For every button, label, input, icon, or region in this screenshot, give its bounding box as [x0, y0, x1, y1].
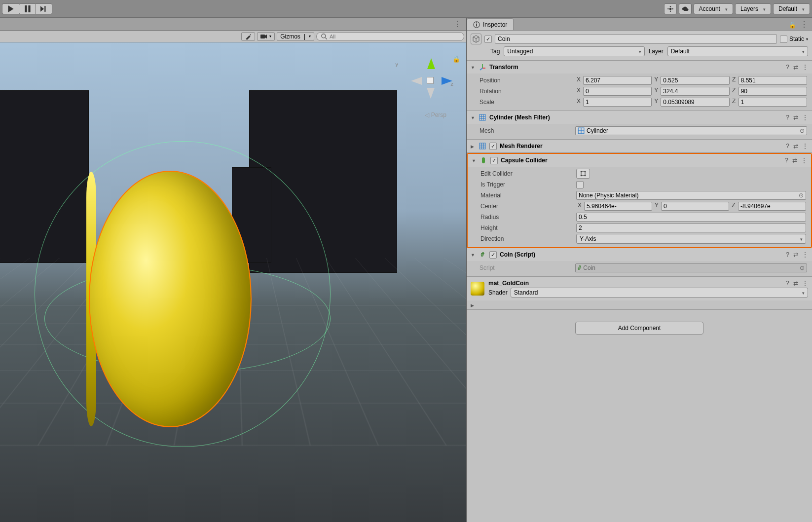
play-button[interactable] — [2, 3, 19, 14]
gizmo-down-cone[interactable] — [427, 88, 435, 99]
direction-dropdown[interactable]: Y-Axis — [576, 234, 806, 244]
shader-dropdown[interactable]: Standard — [511, 288, 808, 298]
component-enabled-checkbox[interactable] — [489, 251, 497, 259]
gizmo-x-cone[interactable] — [411, 77, 422, 85]
mesh-object-field[interactable]: Cylinder⊙ — [575, 126, 807, 135]
gameobject-active-checkbox[interactable] — [484, 36, 492, 43]
position-z[interactable]: 8.551 — [738, 76, 807, 85]
position-y[interactable]: 0.525 — [661, 76, 729, 85]
preset-icon[interactable]: ⇄ — [793, 114, 798, 121]
component-header[interactable]: Capsule Collider ?⇄⋮ — [468, 154, 811, 167]
cloud-icon-button[interactable] — [679, 3, 692, 14]
svg-point-9 — [669, 10, 670, 11]
coin-mesh[interactable] — [89, 171, 252, 427]
scene-camera-button[interactable]: ▾ — [257, 32, 275, 41]
is-trigger-checkbox[interactable] — [576, 181, 584, 188]
edit-collider-button[interactable] — [576, 169, 590, 179]
shader-label: Shader — [488, 289, 508, 296]
inspector-menu-icon[interactable]: ⋮ — [800, 20, 812, 30]
account-dropdown[interactable]: Account — [694, 3, 733, 14]
axis-label-y: y — [396, 61, 399, 67]
layer-dropdown[interactable]: Default — [667, 46, 808, 56]
scene-search-input[interactable] — [330, 34, 460, 39]
static-toggle[interactable]: Static▾ — [780, 36, 808, 43]
menu-icon[interactable]: ⋮ — [802, 64, 808, 71]
scene-viewport[interactable]: y z 🔒 ◁ Persp — [0, 42, 466, 522]
component-enabled-checkbox[interactable] — [489, 143, 497, 150]
inspector-lock-icon[interactable]: 🔓 — [789, 22, 800, 30]
preset-icon[interactable]: ⇄ — [792, 157, 797, 164]
svg-point-36 — [585, 171, 586, 173]
menu-icon[interactable]: ⋮ — [802, 143, 808, 149]
scene-pane-menu-icon[interactable]: ⋮ — [450, 19, 464, 29]
component-header[interactable]: # Coin (Script) ?⇄⋮ — [467, 248, 812, 261]
component-header[interactable]: Cylinder (Mesh Filter) ?⇄⋮ — [467, 111, 812, 124]
help-icon[interactable]: ? — [786, 143, 789, 149]
material-fold-icon[interactable]: ▶ — [471, 303, 474, 308]
fold-icon[interactable] — [471, 114, 476, 121]
object-header: Static▾ Tag Untagged Layer Default — [467, 31, 812, 61]
gizmo-center[interactable] — [427, 77, 434, 84]
svg-point-7 — [672, 8, 673, 9]
object-picker-icon[interactable]: ⊙ — [799, 192, 804, 199]
object-picker-icon[interactable]: ⊙ — [800, 127, 805, 134]
collab-icon-button[interactable] — [664, 3, 677, 14]
svg-rect-1 — [25, 5, 27, 12]
gizmo-z-cone[interactable] — [442, 77, 452, 85]
fold-icon[interactable] — [471, 143, 476, 149]
help-icon[interactable]: ? — [786, 251, 789, 258]
projection-label[interactable]: ◁ Persp — [425, 112, 446, 118]
layers-dropdown[interactable]: Layers — [735, 3, 771, 14]
svg-rect-10 — [260, 35, 265, 38]
component-header[interactable]: Transform ?⇄⋮ — [467, 61, 812, 74]
gameobject-name-input[interactable] — [495, 34, 777, 44]
tab-inspector[interactable]: Inspector — [467, 18, 514, 30]
fold-icon[interactable] — [471, 251, 476, 258]
help-icon[interactable]: ? — [786, 114, 789, 121]
menu-icon[interactable]: ⋮ — [802, 280, 808, 287]
scale-x[interactable]: 1 — [583, 98, 652, 107]
scale-y[interactable]: 0.05309089 — [661, 98, 729, 107]
fold-icon[interactable] — [472, 157, 477, 164]
help-icon[interactable]: ? — [785, 157, 788, 164]
center-x[interactable]: 5.960464e- — [584, 202, 652, 211]
help-icon[interactable]: ? — [786, 280, 789, 287]
tag-dropdown[interactable]: Untagged — [504, 46, 644, 56]
svg-rect-4 — [44, 6, 45, 12]
rotation-x[interactable]: 0 — [583, 87, 652, 96]
material-preview-icon[interactable] — [471, 282, 484, 296]
orientation-gizmo[interactable] — [407, 57, 451, 102]
help-icon[interactable]: ? — [786, 64, 789, 71]
component-enabled-checkbox[interactable] — [490, 157, 498, 164]
menu-icon[interactable]: ⋮ — [801, 157, 807, 164]
step-button[interactable] — [36, 3, 52, 14]
scene-tools-button[interactable] — [241, 32, 255, 41]
preset-icon[interactable]: ⇄ — [793, 280, 798, 287]
preset-icon[interactable]: ⇄ — [793, 64, 798, 71]
radius-input[interactable]: 0.5 — [576, 213, 806, 222]
pause-button[interactable] — [19, 3, 36, 14]
scale-z[interactable]: 1 — [738, 98, 807, 107]
component-header[interactable]: Mesh Renderer ?⇄⋮ — [467, 140, 812, 152]
preset-icon[interactable]: ⇄ — [793, 251, 798, 258]
gizmo-y-cone[interactable] — [427, 58, 435, 69]
menu-icon[interactable]: ⋮ — [802, 114, 808, 121]
gizmos-dropdown[interactable]: Gizmos|▾ — [277, 32, 314, 41]
center-z[interactable]: -8.940697e — [738, 202, 806, 211]
physic-material-field[interactable]: None (Physic Material)⊙ — [576, 191, 806, 200]
object-picker-icon[interactable]: ⊙ — [800, 264, 805, 271]
lock-icon[interactable]: 🔒 — [452, 55, 460, 63]
center-y[interactable]: 0 — [661, 202, 729, 211]
preset-icon[interactable]: ⇄ — [793, 143, 798, 149]
gameobject-icon[interactable] — [471, 34, 481, 44]
position-x[interactable]: 6.207 — [583, 76, 652, 85]
scene-search[interactable] — [316, 32, 464, 41]
add-component-button[interactable]: Add Component — [575, 322, 703, 335]
rotation-z[interactable]: 90 — [738, 87, 807, 96]
material-header[interactable]: mat_GoldCoin ?⇄⋮ Shader Standard — [467, 277, 812, 300]
menu-icon[interactable]: ⋮ — [802, 251, 808, 258]
fold-icon[interactable] — [471, 64, 476, 71]
height-input[interactable]: 2 — [576, 224, 806, 232]
rotation-y[interactable]: 324.4 — [661, 87, 729, 96]
layout-dropdown[interactable]: Default — [773, 3, 810, 14]
